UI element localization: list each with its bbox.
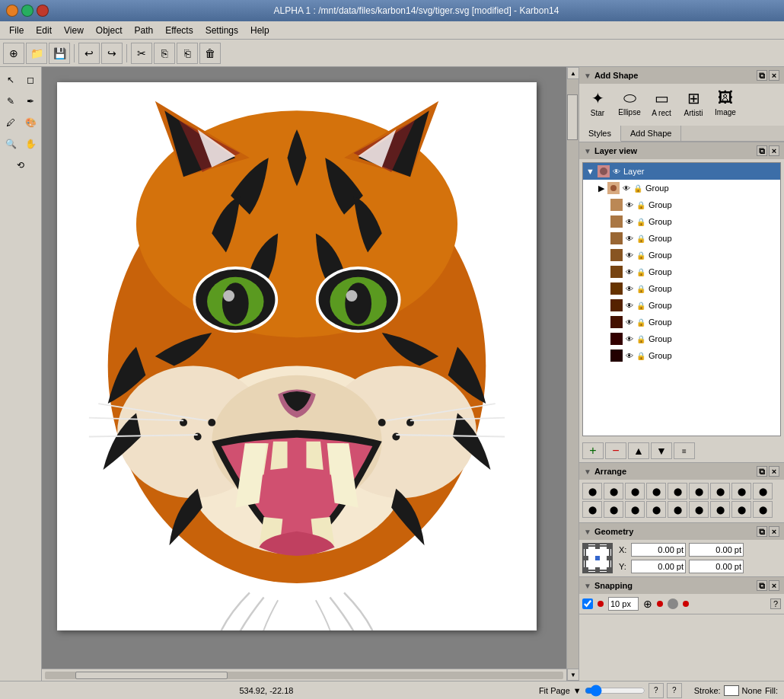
rect-tool[interactable]: ▭ A rect [646,87,677,120]
bring-forward-btn[interactable]: ⬤ [604,501,623,518]
group-eye-9[interactable]: 👁 [626,318,633,327]
snapping-close-btn[interactable]: × [769,580,779,591]
align-center-h-btn[interactable]: ⬤ [604,483,623,500]
distribute-v-btn[interactable]: ⬤ [731,483,751,500]
menu-edit[interactable]: Edit [30,24,58,37]
arrange-extra2[interactable]: ⬤ [731,501,751,518]
menu-object[interactable]: Object [90,24,129,37]
geometry-x1-input[interactable] [631,543,686,557]
layer-options-button[interactable]: ≡ [674,442,695,459]
horizontal-scrollbar[interactable] [42,669,566,681]
zoom-dropdown[interactable]: Fit Page [539,686,570,695]
align-left-btn[interactable]: ⬤ [582,483,602,500]
tab-styles[interactable]: Styles [579,126,621,142]
layer-item[interactable]: 👁 🔒 Group [583,330,780,347]
geometry-y2-input[interactable] [689,560,744,573]
image-tool[interactable]: 🖼 Image [710,87,741,120]
snap-magnet-icon[interactable]: ⊕ [643,598,652,610]
pen-tool[interactable]: ✒ [21,92,40,110]
group-lock-3[interactable]: 🔒 [636,218,645,226]
scroll-down-button[interactable]: ▼ [567,669,578,681]
layer-view-content[interactable]: ▼ 👁 Layer ▶ 👁 🔒 [582,162,781,436]
layer-float-btn[interactable]: ⧉ [757,145,767,156]
layer-eye[interactable]: 👁 [613,168,620,176]
group-btn[interactable]: ⬤ [668,501,687,518]
layer-item[interactable]: 👁 🔒 Group [583,263,780,280]
layer-item[interactable]: 👁 🔒 Group [583,280,780,297]
group-eye-8[interactable]: 👁 [626,302,633,310]
undo-button[interactable]: ↩ [78,43,100,64]
new-button[interactable]: ⊕ [3,43,24,64]
menu-help[interactable]: Help [244,24,276,37]
star-tool[interactable]: ✦ Star [582,87,613,120]
zoom-help-btn1[interactable]: ? [649,683,664,698]
align-bottom-btn[interactable]: ⬤ [689,483,709,500]
group-lock-5[interactable]: 🔒 [636,251,645,260]
tab-add-shape[interactable]: Add Shape [621,126,681,141]
menu-file[interactable]: File [3,24,30,37]
snap-help-btn[interactable]: ? [770,598,781,609]
group-lock-7[interactable]: 🔒 [636,285,645,293]
group-lock-6[interactable]: 🔒 [636,268,645,276]
ungroup-btn[interactable]: ⬤ [689,501,709,518]
canvas-scroll-area[interactable] [42,67,566,669]
geometry-float-btn[interactable]: ⧉ [757,526,767,537]
layer-item[interactable]: 👁 🔒 Group [583,230,780,247]
group-eye-11[interactable]: 👁 [626,352,633,360]
cut-button[interactable]: ✂ [131,43,152,64]
group-eye-2[interactable]: 👁 [626,201,633,209]
scroll-thumb[interactable] [567,94,578,140]
scroll-track[interactable] [567,79,578,669]
zoom-tool[interactable]: 🔍 [2,135,20,153]
pencil-tool[interactable]: ✎ [2,92,20,110]
artistic-tool[interactable]: ⊞ Artisti [678,87,709,120]
send-backward-btn[interactable]: ⬤ [625,501,645,518]
snapping-float-btn[interactable]: ⧉ [757,580,767,591]
layer-item[interactable]: 👁 🔒 Group [583,196,780,213]
zoom-slider[interactable] [585,685,645,697]
layer-close-btn[interactable]: × [769,145,779,156]
zoom-help-btn2[interactable]: ? [667,683,682,698]
move-layer-down-button[interactable]: ▼ [651,442,672,459]
calligraphy-tool[interactable]: 🖊 [2,113,20,132]
group-lock-8[interactable]: 🔒 [636,302,645,310]
arrange-extra3[interactable]: ⬤ [753,501,773,518]
geometry-x2-input[interactable] [689,543,744,557]
layer-item[interactable]: 👁 🔒 Group [583,347,780,364]
layer-item[interactable]: 👁 🔒 Group [583,247,780,263]
group-eye-5[interactable]: 👁 [626,251,633,260]
scroll-up-button[interactable]: ▲ [567,67,578,79]
ellipse-tool[interactable]: ⬭ Ellipse [614,87,645,120]
maximize-button[interactable] [21,5,33,17]
geometry-y1-input[interactable] [631,560,686,573]
snap-px-input[interactable] [608,597,639,611]
geometry-anchor[interactable] [582,543,613,573]
layer-item[interactable]: 👁 🔒 Group [583,213,780,230]
snap-enable-checkbox[interactable] [582,598,593,609]
shape-tool[interactable]: ◻ [21,71,40,89]
group-eye-7[interactable]: 👁 [626,285,633,293]
send-back-btn[interactable]: ⬤ [646,501,666,518]
minimize-button[interactable] [6,5,18,17]
layer-item[interactable]: 👁 🔒 Group [583,314,780,330]
group-eye-1[interactable]: 👁 [623,184,630,193]
arrange-extra1[interactable]: ⬤ [710,501,730,518]
save-button[interactable]: 💾 [49,43,70,64]
arrange-close-btn[interactable]: × [769,466,779,477]
vertical-scrollbar[interactable]: ▲ ▼ [566,67,578,681]
fill-tool[interactable]: 🎨 [21,113,40,132]
geometry-close-btn[interactable]: × [769,526,779,537]
select-tool[interactable]: ↖ [2,71,20,89]
layer-item[interactable]: ▶ 👁 🔒 Group [583,180,780,196]
copy-button[interactable]: ⎘ [154,43,175,64]
group-lock-10[interactable]: 🔒 [636,335,645,343]
stroke-swatch[interactable] [724,685,739,696]
zoom-dropdown-arrow[interactable]: ▼ [573,686,582,695]
add-shape-float-btn[interactable]: ⧉ [757,70,767,81]
group-lock-9[interactable]: 🔒 [636,318,645,327]
align-top-btn[interactable]: ⬤ [646,483,666,500]
menu-path[interactable]: Path [129,24,160,37]
move-layer-up-button[interactable]: ▲ [628,442,649,459]
gradient-tool[interactable]: ⟲ [11,156,30,174]
distribute-h-btn[interactable]: ⬤ [710,483,730,500]
